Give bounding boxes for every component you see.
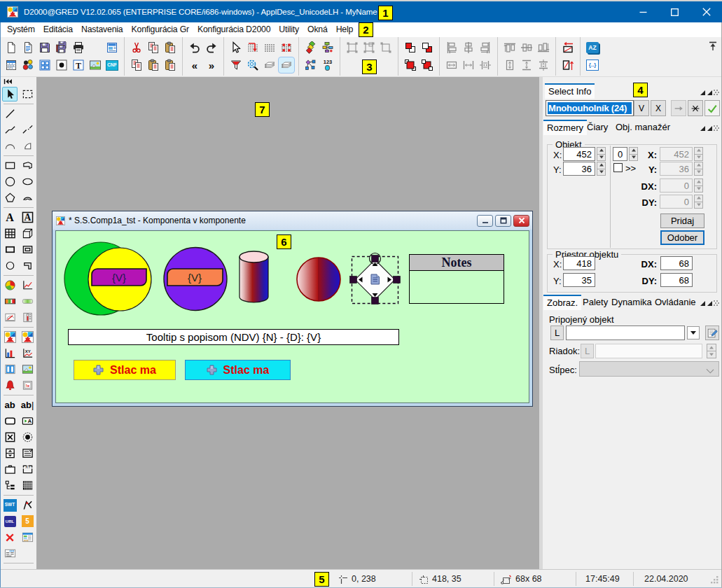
report-button[interactable] — [104, 39, 120, 56]
scheme-structure-button[interactable] — [319, 39, 336, 56]
apply-arrow-button[interactable] — [671, 100, 686, 116]
stlac-ma-button-cyan[interactable]: Stlac ma — [185, 360, 291, 380]
tool-table[interactable] — [2, 226, 18, 241]
palette-button[interactable] — [303, 39, 319, 56]
tool-ellipse[interactable] — [20, 174, 35, 189]
pridaj-button[interactable]: Pridaj — [660, 214, 704, 228]
open-button[interactable] — [20, 39, 36, 56]
align-top-button[interactable] — [501, 39, 518, 56]
tool-circle[interactable] — [2, 174, 18, 189]
tool-tree-view[interactable] — [2, 478, 18, 493]
cut-scheme-button[interactable] — [128, 57, 145, 74]
tool-color-bar[interactable] — [2, 294, 18, 309]
tool-html5[interactable]: 5 — [20, 514, 35, 528]
paste-scheme-button[interactable] — [162, 57, 179, 74]
select-info-tab[interactable]: Select Info — [545, 83, 595, 99]
rel-x-field[interactable]: 452 — [660, 147, 693, 161]
tool-text[interactable]: A — [2, 210, 18, 225]
tab-dynamika[interactable]: Dynamika — [608, 295, 655, 310]
shape-value-tag-magenta[interactable]: {V} — [92, 269, 146, 286]
menu-nastavenia[interactable]: Nastavenia — [77, 23, 127, 36]
priestor-dx-field[interactable]: 68 — [660, 256, 693, 270]
tool-message-box[interactable] — [20, 378, 35, 393]
tool-tab-xy[interactable] — [20, 462, 35, 477]
menu-editacia[interactable]: Editácia — [39, 23, 77, 36]
tool-polyline[interactable] — [2, 122, 18, 137]
tool-box-3d[interactable] — [20, 226, 35, 241]
resize-v-button[interactable] — [535, 57, 552, 74]
bring-to-front-button[interactable] — [402, 39, 419, 56]
grid-select-button[interactable] — [278, 39, 295, 56]
tool-delete-x[interactable] — [2, 530, 18, 545]
group-button[interactable] — [344, 39, 361, 56]
tool-select-pointer[interactable] — [2, 87, 18, 102]
shape-value-tag-orange[interactable]: {V} — [167, 269, 223, 286]
align-bottom-button[interactable] — [535, 39, 552, 56]
print-button[interactable] — [70, 39, 87, 56]
bring-front-alt-button[interactable] — [402, 57, 419, 74]
maximize-button[interactable] — [659, 1, 690, 22]
same-width-button[interactable] — [443, 57, 460, 74]
selected-object-combo[interactable]: Mnohouholník (24) — [546, 100, 634, 116]
tool-alarm[interactable] — [2, 378, 18, 393]
tool-checkbox[interactable] — [2, 430, 18, 444]
rename-az-button[interactable]: AZ — [584, 39, 601, 56]
drawing-canvas[interactable]: * S.S.Comp1a_tst - Komponenta v komponen… — [36, 77, 539, 569]
tab-rozmery[interactable]: Rozmery — [543, 120, 587, 135]
edit-connection-button[interactable] — [705, 326, 719, 340]
l-button[interactable]: L — [550, 326, 564, 340]
toolbar-pin-button[interactable] — [709, 41, 717, 51]
tool-radio[interactable] — [20, 430, 35, 444]
rel-x-spinner[interactable] — [694, 147, 703, 161]
dy-spinner[interactable] — [694, 195, 703, 209]
tool-tab-folder[interactable] — [2, 462, 18, 477]
menu-help[interactable]: Help — [332, 23, 358, 36]
spacing-v-button[interactable] — [518, 57, 535, 74]
tab-palety[interactable]: Palety — [579, 295, 611, 310]
close-button[interactable] — [690, 1, 722, 22]
selected-diamond-object[interactable] — [350, 253, 401, 304]
tool-circle-small[interactable] — [2, 258, 18, 273]
tool-control-panel[interactable] — [2, 546, 18, 561]
align-left-button[interactable] — [443, 39, 460, 56]
paste-button[interactable] — [162, 39, 179, 56]
send-back-alt-button[interactable] — [419, 57, 436, 74]
tooltip-textbox[interactable]: Tooltip s popisom (NDV) {N} - {D}: {V} — [68, 329, 399, 345]
tool-spinbox[interactable] — [2, 446, 18, 461]
redo-button[interactable] — [203, 39, 220, 56]
panel-grip-icon[interactable] — [700, 300, 719, 307]
tool-select-marquee[interactable] — [20, 87, 35, 102]
tool-line[interactable] — [2, 106, 18, 121]
cut-button[interactable] — [128, 39, 145, 56]
tool-polygon[interactable] — [20, 158, 35, 173]
panel-grip-icon[interactable] — [700, 89, 719, 97]
tool-pie-chart[interactable] — [2, 278, 18, 293]
tool-button[interactable] — [2, 414, 18, 428]
save-all-button[interactable] — [53, 39, 70, 56]
tool-bar-graph[interactable] — [2, 346, 18, 360]
tool-columns[interactable] — [2, 362, 18, 377]
scheme-restore-button[interactable] — [495, 215, 511, 227]
tool-text-entry[interactable]: ab| — [20, 398, 35, 412]
stlpec-combo[interactable] — [579, 361, 719, 377]
odober-button[interactable]: Odober — [660, 230, 704, 245]
save-button[interactable] — [36, 39, 53, 56]
tool-pie-arc[interactable] — [20, 139, 35, 153]
tool-line-chart[interactable] — [20, 278, 35, 293]
tool-gradient-bar[interactable] — [20, 294, 35, 309]
group-add-button[interactable] — [361, 39, 377, 56]
vertex-button[interactable]: V — [634, 100, 649, 116]
tool-rect-plain[interactable] — [2, 242, 18, 257]
tool-swt[interactable]: SWT — [2, 498, 18, 512]
tool-arc[interactable] — [2, 139, 18, 153]
tool-pentagon[interactable] — [2, 190, 18, 205]
tool-picture-graph-2[interactable] — [20, 330, 35, 344]
cnf-button[interactable]: CNF — [104, 57, 120, 74]
tool-xy-graph[interactable] — [20, 346, 35, 360]
riadok-spinner[interactable] — [707, 344, 716, 358]
priestor-y-field[interactable]: 35 — [563, 273, 595, 287]
filter-button[interactable] — [228, 57, 244, 74]
delete-vertex-button[interactable]: X — [651, 100, 666, 116]
layers-active-button[interactable] — [278, 57, 295, 74]
dx-field[interactable]: 0 — [660, 178, 693, 192]
